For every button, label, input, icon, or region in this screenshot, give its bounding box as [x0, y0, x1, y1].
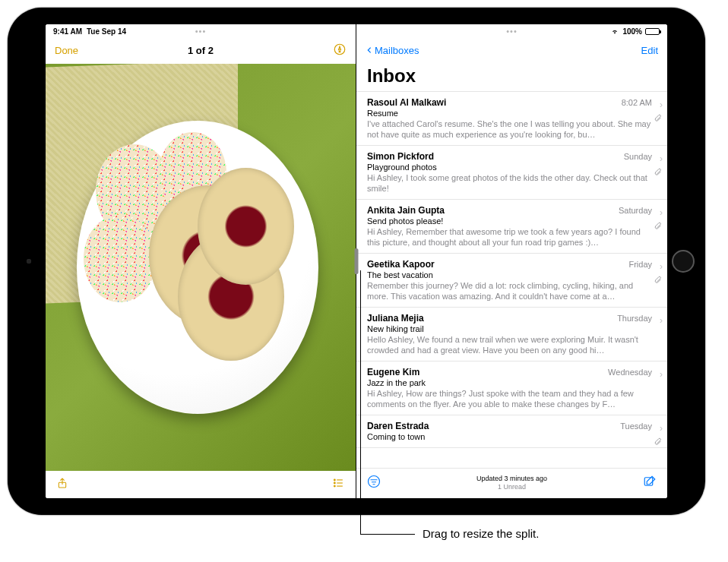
mail-item[interactable]: Eugene KimWednesdayJazz in the parkHi As… — [356, 362, 667, 415]
wifi-icon — [610, 28, 619, 35]
mail-time: 8:02 AM — [622, 98, 652, 107]
multitask-indicator-icon[interactable]: ••• — [195, 27, 207, 36]
mail-subject: Resume — [367, 109, 652, 118]
mail-time: Saturday — [619, 206, 652, 215]
split-view-handle[interactable] — [355, 248, 359, 274]
done-button[interactable]: Done — [55, 45, 78, 56]
mail-navbar: Mailboxes Edit — [356, 38, 667, 64]
mail-app-pane: 100% ••• Mailboxes Edit Inbox Rasoul Al … — [356, 24, 667, 498]
cookie-jam — [198, 168, 294, 285]
mail-subject: New hiking trail — [367, 324, 652, 333]
statusbar-date: Tue Sep 14 — [87, 27, 126, 36]
cookie-sprinkle — [84, 215, 156, 303]
attachment-icon — [654, 112, 662, 125]
chevron-right-icon: › — [660, 315, 663, 326]
chevron-right-icon: › — [660, 423, 663, 434]
attachment-icon — [654, 166, 662, 179]
mail-time: Sunday — [624, 152, 652, 161]
mail-status: Updated 3 minutes ago 1 Unread — [476, 475, 547, 491]
mail-time: Tuesday — [620, 422, 652, 431]
mail-item[interactable]: Ankita Jain GuptaSaturdaySend photos ple… — [356, 200, 667, 254]
mail-preview: Hi Ashley, I took some great photos of t… — [367, 172, 652, 194]
svg-point-6 — [334, 485, 335, 487]
photo-app-pane: 9:41 AM Tue Sep 14 ••• Done 1 of 2 — [46, 24, 356, 498]
compose-icon — [643, 475, 657, 488]
photo-counter: 1 of 2 — [46, 45, 356, 56]
share-button[interactable] — [56, 476, 68, 493]
compose-button[interactable] — [643, 475, 657, 491]
mail-item[interactable]: Rasoul Al Malkawi8:02 AMResumeI've attac… — [356, 92, 667, 146]
statusbar-time: 9:41 AM — [53, 27, 82, 36]
inbox-title: Inbox — [356, 64, 667, 91]
mail-item[interactable]: Juliana MejiaThursdayNew hiking trailHel… — [356, 308, 667, 362]
chevron-right-icon: › — [660, 99, 663, 110]
ipad-frame: 9:41 AM Tue Sep 14 ••• Done 1 of 2 — [8, 8, 705, 515]
mailboxes-back-button[interactable]: Mailboxes — [366, 44, 419, 56]
mail-time: Wednesday — [608, 368, 652, 377]
mail-preview: Hi Ashley, Remember that awesome trip we… — [367, 226, 652, 248]
mail-sender: Daren Estrada — [367, 421, 429, 431]
caption-text: Drag to resize the split. — [423, 527, 539, 540]
callout-line — [360, 270, 361, 535]
photo-bottombar — [46, 471, 356, 498]
mail-item[interactable]: Simon PickfordSundayPlayground photosHi … — [356, 146, 667, 200]
photo-content[interactable] — [46, 64, 356, 471]
attachment-icon — [654, 273, 662, 287]
mail-sender: Simon Pickford — [367, 151, 434, 162]
mail-preview: I've attached Carol's resume. She's the … — [367, 118, 652, 140]
chevron-right-icon: › — [660, 261, 663, 272]
chevron-left-icon — [366, 44, 373, 56]
mail-status-unread: 1 Unread — [476, 483, 547, 491]
mail-sender: Geetika Kapoor — [367, 259, 435, 270]
edit-button[interactable]: Edit — [641, 45, 658, 56]
mail-sender: Eugene Kim — [367, 367, 419, 377]
mail-time: Friday — [628, 260, 652, 269]
mail-bottombar: Updated 3 minutes ago 1 Unread — [356, 468, 667, 498]
list-icon — [331, 478, 345, 488]
mail-item[interactable]: Geetika KapoorFridayThe best vacationRem… — [356, 254, 667, 308]
mail-item[interactable]: Daren EstradaTuesdayComing to town› — [356, 415, 667, 448]
mail-list[interactable]: Rasoul Al Malkawi8:02 AMResumeI've attac… — [356, 91, 667, 468]
attachment-icon — [654, 219, 662, 233]
mail-sender: Ankita Jain Gupta — [367, 205, 445, 216]
battery-pct: 100% — [622, 27, 642, 36]
mail-subject: Playground photos — [367, 163, 652, 172]
screen: 9:41 AM Tue Sep 14 ••• Done 1 of 2 — [46, 24, 667, 498]
chevron-right-icon: › — [660, 369, 663, 380]
multitask-indicator-icon[interactable]: ••• — [506, 27, 518, 36]
chevron-right-icon: › — [660, 153, 663, 164]
markup-button[interactable] — [333, 43, 347, 58]
attachment-icon — [654, 435, 662, 449]
battery-icon — [645, 28, 660, 35]
photo-navbar: Done 1 of 2 — [46, 38, 356, 64]
share-icon — [56, 476, 68, 490]
mail-time: Thursday — [617, 314, 652, 323]
chevron-right-icon: › — [660, 207, 663, 218]
filter-icon — [367, 475, 381, 488]
svg-point-4 — [334, 482, 335, 484]
home-button[interactable] — [672, 250, 695, 273]
mail-preview: Remember this journey? We did a lot: roc… — [367, 280, 652, 302]
list-button[interactable] — [331, 478, 345, 491]
photo-plate — [77, 121, 318, 414]
mail-subject: Coming to town — [367, 432, 652, 441]
front-camera — [27, 259, 31, 264]
mail-preview: Hello Ashley, We found a new trail when … — [367, 334, 652, 355]
mail-sender: Juliana Mejia — [367, 313, 424, 324]
mail-subject: Send photos please! — [367, 216, 652, 226]
svg-point-8 — [369, 475, 380, 487]
back-label: Mailboxes — [375, 45, 419, 56]
svg-point-2 — [334, 479, 335, 481]
mail-status-updated: Updated 3 minutes ago — [476, 475, 547, 483]
mail-subject: Jazz in the park — [367, 378, 652, 387]
mail-subject: The best vacation — [367, 270, 652, 279]
markup-icon — [333, 43, 347, 56]
mail-sender: Rasoul Al Malkawi — [367, 97, 446, 108]
filter-button[interactable] — [367, 475, 381, 491]
mail-preview: Hi Ashley, How are things? Just spoke wi… — [367, 388, 652, 409]
